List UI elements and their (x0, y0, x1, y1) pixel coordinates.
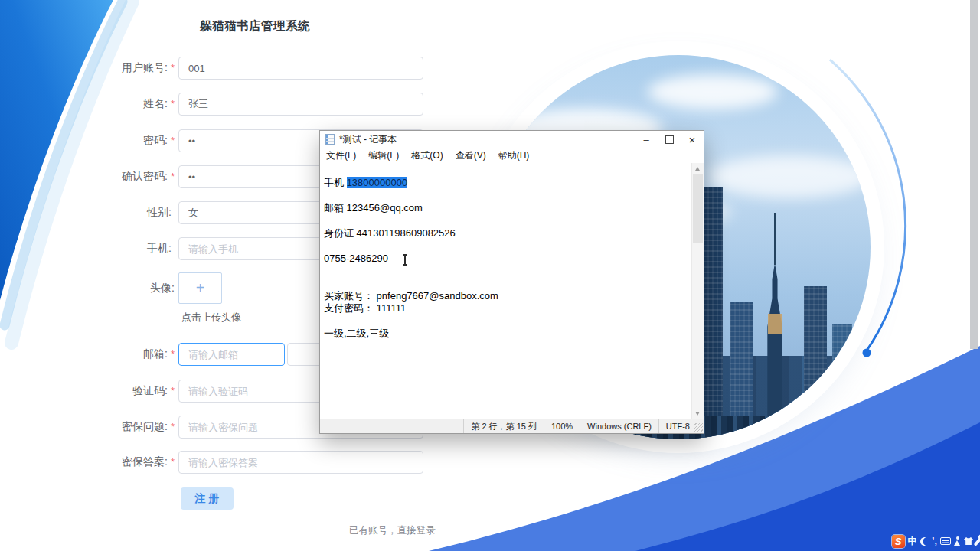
notepad-text-line: 支付密码： 111111 (324, 302, 692, 315)
resize-grip[interactable] (694, 423, 703, 432)
maximize-icon[interactable] (658, 131, 681, 148)
scroll-down-icon[interactable] (695, 412, 700, 416)
password-label: 密码: (143, 134, 168, 146)
notepad-text-line: 买家账号： pnfeng7667@sandbox.com (324, 290, 692, 302)
page-title: 躲猫猫书店管理系统 (102, 18, 408, 34)
account-label: 用户账号: (122, 61, 168, 73)
notepad-vertical-scrollbar[interactable] (691, 163, 704, 419)
punctuation-mode-icon[interactable]: ’, (932, 535, 937, 548)
notepad-statusbar: 第 2 行，第 15 列 100% Windows (CRLF) UTF-8 (320, 419, 704, 433)
notepad-text-line (324, 265, 692, 277)
scrollbar-thumb[interactable] (693, 174, 703, 243)
required-star: * (171, 348, 175, 360)
required-star: * (171, 171, 175, 182)
field-row-security-answer: 密保答案:* (5, 451, 423, 474)
menu-item-file[interactable]: 文件(F) (320, 149, 362, 162)
captcha-label: 验证码: (132, 384, 168, 396)
notepad-window: *测试 - 记事本 – × 文件(F) 编辑(E) 格式(O) 查看(V) 帮助… (319, 130, 704, 434)
sogou-logo-icon[interactable]: S (892, 535, 905, 548)
full-half-width-moon-icon[interactable] (920, 537, 929, 546)
field-row-avatar: 头像: + (5, 272, 222, 304)
menu-item-help[interactable]: 帮助(H) (492, 149, 536, 162)
security-question-label: 密保问题: (122, 420, 168, 432)
plus-icon: + (196, 279, 205, 297)
notepad-titlebar[interactable]: *测试 - 记事本 – × (320, 131, 704, 148)
required-star: * (171, 421, 175, 432)
status-line-col: 第 2 行，第 15 列 (463, 419, 544, 433)
field-row-name: 姓名:* (5, 93, 423, 116)
required-star: * (171, 62, 175, 73)
notepad-text-line: 邮箱 123456@qq.com (324, 202, 692, 214)
required-star: * (171, 456, 175, 468)
email-label: 邮箱: (143, 347, 168, 360)
minimize-icon[interactable]: – (635, 131, 658, 148)
notepad-menubar: 文件(F) 编辑(E) 格式(O) 查看(V) 帮助(H) (320, 148, 704, 163)
security-answer-input[interactable] (178, 451, 423, 474)
notepad-text-line (324, 315, 692, 328)
notepad-text-area[interactable]: 手机 13800000000 邮箱 123456@qq.com身份证 44130… (321, 163, 692, 419)
notepad-text-line: 手机 13800000000 (324, 177, 692, 189)
email-input[interactable] (178, 343, 285, 366)
login-link[interactable]: 已有账号，直接登录 (349, 524, 436, 537)
field-row-account: 用户账号:* (5, 57, 423, 80)
required-star: * (171, 135, 175, 146)
skin-icon[interactable] (964, 537, 973, 545)
security-answer-label: 密保答案: (122, 455, 168, 468)
ibeam-cursor (401, 254, 408, 266)
selected-text: 13800000000 (347, 177, 408, 188)
notepad-text-line (324, 278, 692, 290)
notepad-text-line (324, 240, 692, 252)
avatar-label: 头像: (150, 282, 175, 294)
voice-input-icon[interactable] (954, 536, 961, 546)
gender-label: 性别: (147, 206, 172, 218)
phone-line-prefix: 手机 (324, 177, 347, 188)
notepad-text-line (324, 165, 692, 177)
avatar-upload-box[interactable]: + (178, 272, 222, 304)
soft-keyboard-icon[interactable] (940, 537, 951, 545)
required-star: * (171, 98, 175, 109)
notepad-text-line: 一级,二级,三级 (324, 328, 692, 340)
register-button[interactable]: 注 册 (181, 487, 234, 510)
notepad-text-line (324, 190, 692, 202)
page-scrollbar-thumb[interactable] (970, 0, 978, 349)
notepad-app-icon (325, 134, 335, 145)
toolbox-icon[interactable] (974, 537, 980, 546)
notepad-text-line: 0755-2486290 (324, 253, 692, 265)
scroll-up-icon[interactable] (695, 167, 700, 171)
menu-item-format[interactable]: 格式(O) (405, 149, 449, 162)
name-label: 姓名: (143, 97, 168, 109)
phone-label: 手机: (147, 242, 172, 254)
input-method-bar: S 中 ’, (892, 535, 979, 551)
ime-language-indicator[interactable]: 中 (908, 535, 918, 548)
name-input[interactable] (178, 93, 423, 116)
menu-item-view[interactable]: 查看(V) (449, 149, 492, 162)
notepad-text-lines: 邮箱 123456@qq.com身份证 44130119860908252607… (324, 190, 692, 341)
notepad-window-title: *测试 - 记事本 (339, 133, 397, 146)
notepad-text-line (324, 215, 692, 227)
menu-item-edit[interactable]: 编辑(E) (362, 149, 405, 162)
status-zoom: 100% (544, 419, 580, 433)
status-line-ending: Windows (CRLF) (580, 419, 658, 433)
avatar-upload-hint: 点击上传头像 (181, 311, 241, 324)
notepad-text-line: 身份证 441301198609082526 (324, 227, 692, 240)
close-icon[interactable]: × (681, 131, 704, 148)
required-star: * (171, 385, 175, 396)
confirm-password-label: 确认密码: (122, 170, 168, 182)
account-input[interactable] (178, 57, 423, 80)
